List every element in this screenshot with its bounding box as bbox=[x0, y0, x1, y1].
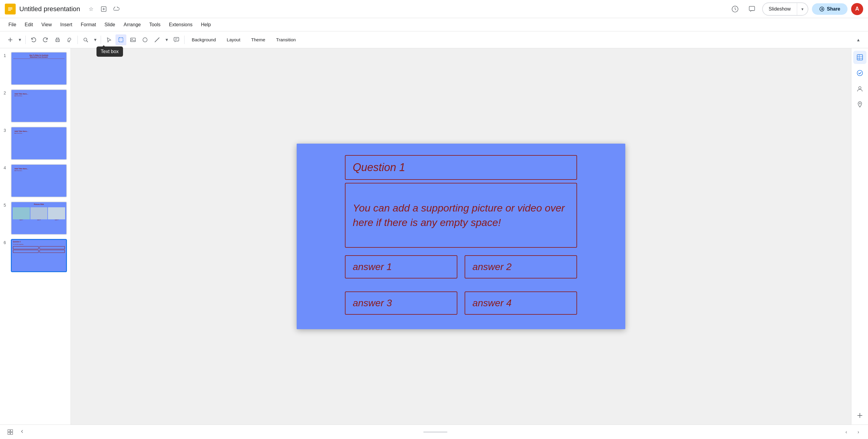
svg-rect-33 bbox=[8, 432, 10, 435]
image-button[interactable] bbox=[127, 34, 138, 45]
comment-button[interactable] bbox=[171, 34, 182, 45]
line-dropdown[interactable]: ▾ bbox=[164, 34, 170, 45]
svg-rect-34 bbox=[10, 432, 13, 435]
slide-2-content: Add Title Here... Add Text Here... bbox=[11, 90, 66, 98]
slide-item-1[interactable]: 1 How To Make An AestheticSlideshow From… bbox=[2, 51, 68, 86]
svg-line-18 bbox=[155, 38, 159, 42]
slide-5-pic-3 bbox=[48, 207, 65, 220]
tasks-panel-button[interactable] bbox=[853, 66, 867, 80]
slide-item-6[interactable]: 6 Question 1 You can add a supporting... bbox=[2, 238, 68, 273]
toolbar-divider-4 bbox=[184, 36, 185, 44]
undo-button[interactable] bbox=[28, 34, 39, 45]
history-button[interactable] bbox=[728, 2, 742, 16]
svg-point-11 bbox=[68, 41, 70, 42]
transition-button[interactable]: Transition bbox=[271, 35, 301, 44]
sheets-panel-button[interactable] bbox=[853, 51, 867, 64]
toolbar-collapse-button[interactable]: ▲ bbox=[854, 35, 863, 45]
slideshow-button-group: Slideshow ▾ bbox=[762, 2, 808, 16]
svg-point-26 bbox=[857, 70, 863, 76]
theme-button[interactable]: Theme bbox=[246, 35, 270, 44]
bottom-left bbox=[5, 427, 29, 438]
slide-5-pictures bbox=[11, 207, 66, 220]
expand-panel-button[interactable] bbox=[18, 427, 29, 438]
background-button[interactable]: Background bbox=[187, 35, 221, 44]
svg-point-16 bbox=[132, 39, 133, 39]
drive-button[interactable] bbox=[99, 4, 108, 14]
menu-help[interactable]: Help bbox=[197, 20, 215, 29]
svg-rect-31 bbox=[8, 430, 10, 432]
title-bar: Untitled presentation ☆ Slideshow ▾ bbox=[0, 0, 868, 18]
question-box[interactable]: Question 1 bbox=[345, 155, 577, 180]
zoom-button[interactable] bbox=[80, 34, 91, 45]
menu-format[interactable]: Format bbox=[77, 20, 100, 29]
svg-rect-3 bbox=[8, 10, 11, 10]
nav-next-button[interactable]: › bbox=[854, 427, 863, 437]
slide-number-4: 4 bbox=[4, 164, 8, 170]
add-panel-button[interactable] bbox=[853, 409, 867, 422]
maps-panel-button[interactable] bbox=[853, 98, 867, 111]
menu-file[interactable]: File bbox=[5, 20, 20, 29]
grid-view-button[interactable] bbox=[5, 427, 16, 438]
slideshow-button[interactable]: Slideshow bbox=[763, 4, 797, 14]
menu-view[interactable]: View bbox=[38, 20, 55, 29]
slide-item-3[interactable]: 3 Add Title Here... Add Text Here... bbox=[2, 125, 68, 161]
bottom-right: ‹ › bbox=[841, 427, 863, 437]
menu-insert[interactable]: Insert bbox=[57, 20, 76, 29]
menu-extensions[interactable]: Extensions bbox=[165, 20, 196, 29]
slide-thumbnail-3: Add Title Here... Add Text Here... bbox=[11, 127, 67, 160]
svg-rect-19 bbox=[174, 37, 179, 41]
svg-rect-5 bbox=[749, 6, 755, 10]
print-button[interactable] bbox=[52, 34, 63, 45]
question-text: Question 1 bbox=[353, 161, 405, 174]
slide-thumbnail-4: Add Title Here... Add Text here... bbox=[11, 164, 67, 197]
menu-arrange[interactable]: Arrange bbox=[120, 20, 145, 29]
slide-item-4[interactable]: 4 Add Title Here... Add Text here... bbox=[2, 163, 68, 199]
select-button[interactable] bbox=[116, 34, 126, 45]
paint-format-button[interactable] bbox=[64, 34, 75, 45]
toolbar-divider-3 bbox=[101, 36, 101, 44]
nav-prev-button[interactable]: ‹ bbox=[841, 427, 851, 437]
slide-1-title: How To Make An AestheticSlideshow From S… bbox=[11, 54, 66, 58]
user-avatar[interactable]: A bbox=[851, 3, 863, 15]
slide-5-captions: caption 1 caption 2 caption 3 bbox=[11, 220, 66, 221]
app-title: Untitled presentation bbox=[19, 5, 80, 13]
slide-5-pic-2 bbox=[30, 207, 48, 220]
answer-box-3[interactable]: answer 3 bbox=[345, 291, 457, 315]
answer-text-4: answer 4 bbox=[472, 297, 512, 309]
slide-number-1: 1 bbox=[4, 52, 8, 58]
answer-text-1: answer 1 bbox=[353, 261, 392, 272]
slideshow-dropdown-button[interactable]: ▾ bbox=[797, 3, 808, 15]
bottom-bar: ‹ › bbox=[0, 425, 868, 439]
menu-slide[interactable]: Slide bbox=[101, 20, 119, 29]
line-button[interactable] bbox=[152, 34, 162, 45]
add-slide-button[interactable] bbox=[5, 34, 16, 45]
answer-box-1[interactable]: answer 1 bbox=[345, 255, 457, 279]
star-button[interactable]: ☆ bbox=[86, 4, 96, 14]
slide-item-2[interactable]: 2 Add Title Here... Add Text Here... bbox=[2, 88, 68, 124]
answers-row-2: answer 3 answer 4 bbox=[345, 291, 577, 315]
cursor-button[interactable] bbox=[103, 34, 114, 45]
menu-tools[interactable]: Tools bbox=[146, 20, 164, 29]
answer-box-4[interactable]: answer 4 bbox=[465, 291, 577, 315]
share-button[interactable]: Share bbox=[812, 3, 847, 15]
slide-number-3: 3 bbox=[4, 127, 8, 133]
shape-button[interactable] bbox=[140, 34, 150, 45]
zoom-dropdown[interactable]: ▾ bbox=[92, 34, 98, 45]
answer-box-2[interactable]: answer 2 bbox=[465, 255, 577, 279]
slide-number-2: 2 bbox=[4, 89, 8, 95]
add-dropdown-button[interactable]: ▾ bbox=[17, 34, 23, 45]
slide-5-pic-1 bbox=[13, 207, 30, 220]
slide-thumbnail-2: Add Title Here... Add Text Here... bbox=[11, 89, 67, 122]
comments-button[interactable] bbox=[745, 2, 758, 16]
menu-edit[interactable]: Edit bbox=[21, 20, 37, 29]
redo-button[interactable] bbox=[40, 34, 51, 45]
slide-3-content: Add Title Here... Add Text Here... bbox=[11, 127, 66, 136]
svg-rect-14 bbox=[119, 38, 123, 42]
cloud-button[interactable] bbox=[112, 4, 121, 14]
svg-rect-1 bbox=[8, 7, 12, 8]
contacts-panel-button[interactable] bbox=[853, 82, 867, 95]
layout-button[interactable]: Layout bbox=[222, 35, 245, 44]
toolbar: Text box ▾ ▾ ▾ Background Layout Theme T… bbox=[0, 31, 868, 48]
supporting-box[interactable]: You can add a supporting picture or vide… bbox=[345, 183, 577, 248]
slide-item-5[interactable]: 5 Pictures Slide caption 1 caption 2 cap… bbox=[2, 200, 68, 236]
